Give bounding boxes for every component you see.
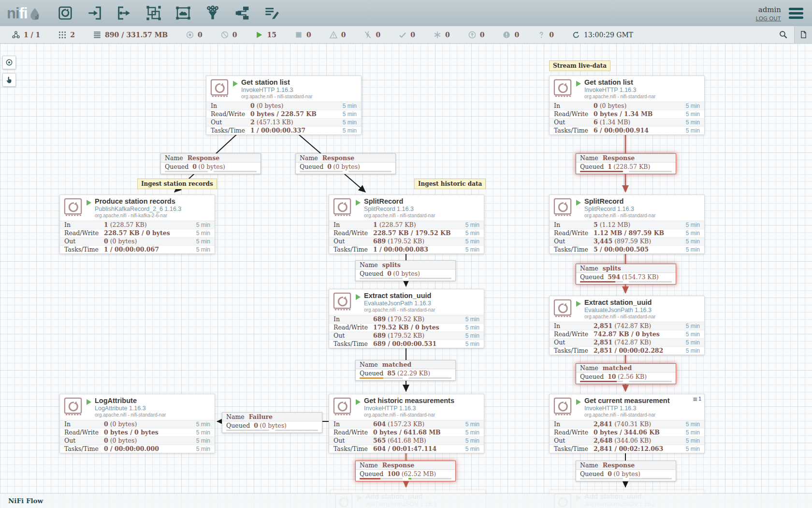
stat-row-readwrite: Read/Write0 bytes / 0 bytes 5 min: [60, 429, 215, 437]
processor-name: SplitRecord: [364, 197, 435, 206]
connection-label[interactable]: Name Response Queued 0 (0 bytes): [295, 153, 396, 174]
funnel-icon: [205, 5, 220, 21]
stat-row-out: Out0 (0 bytes)5 min: [60, 437, 215, 445]
breadcrumb-root[interactable]: NiFi Flow: [8, 497, 43, 505]
refresh-icon[interactable]: [572, 30, 580, 39]
canvas-label[interactable]: Ingest station records: [137, 179, 217, 189]
invalid-icon: [329, 30, 338, 39]
connection-relationship: Response: [188, 154, 220, 162]
navigate-palette-button[interactable]: [2, 56, 16, 69]
running-status-icon: [233, 81, 238, 87]
connection-label[interactable]: Name Response Queued 0 (0 bytes): [160, 153, 261, 174]
input-port-icon: [87, 5, 102, 21]
operate-palette-button[interactable]: [2, 73, 16, 87]
connection-queued-label: Queued: [360, 470, 383, 478]
processor[interactable]: Extract station_uuid EvaluateJsonPath 1.…: [329, 289, 484, 348]
stat-row-out: Out0 (0 bytes)5 min: [60, 238, 215, 246]
processor-bundle: org.apache.nifi - nifi-standard-nar: [584, 412, 669, 418]
object-threshold-bar: [360, 278, 403, 279]
user-area: admin LOG OUT: [756, 5, 781, 21]
not-transmitting-icon: [220, 30, 229, 39]
label-icon: [264, 5, 279, 21]
backpressure-bars: [356, 377, 455, 380]
processor[interactable]: SplitRecord SplitRecord 1.16.3 org.apach…: [549, 194, 705, 254]
connection-label[interactable]: Name splits Queued 0 (0 bytes): [355, 260, 456, 281]
add-process-group-button[interactable]: [145, 5, 162, 21]
backpressure-bars: [222, 429, 322, 433]
object-threshold-bar: [165, 171, 208, 172]
connection-label[interactable]: Name Response Queued 1 (228.57 KB): [576, 153, 676, 174]
connection-relationship: Response: [603, 154, 635, 162]
processor-bundle: org.apache.nifi - nifi-standard-nar: [95, 412, 166, 418]
search-button[interactable]: [772, 26, 794, 43]
connection-label[interactable]: Name matched Queued 85 (22.29 KB): [355, 360, 456, 381]
processor-type: PublishKafkaRecord_2_6 1.16.3: [95, 206, 181, 213]
processor[interactable]: LogAttribute LogAttribute 1.16.3 org.apa…: [59, 394, 215, 453]
stat-row-in: In5 (1.12 MB)5 min: [550, 221, 704, 229]
processor-stats: In0 (0 bytes)5 min Read/Write0 bytes / 0…: [60, 420, 215, 453]
canvas-label-text: Ingest station records: [141, 180, 213, 187]
connection-name-label: Name: [580, 265, 598, 272]
stat-row-readwrite: Read/Write228.57 KB / 179.52 KB 5 min: [329, 229, 484, 238]
add-remote-process-group-button[interactable]: [175, 5, 191, 21]
connection-name-label: Name: [226, 413, 245, 420]
flow-canvas[interactable]: Get station list InvokeHTTP 1.16.3 org.a…: [0, 44, 812, 508]
processor[interactable]: SplitRecord SplitRecord 1.16.3 org.apach…: [329, 194, 484, 254]
processor-name: Get current measurement: [584, 397, 669, 405]
connection-name-label: Name: [360, 462, 378, 469]
connection-queued-label: Queued: [165, 163, 188, 170]
processor[interactable]: Get current measurement InvokeHTTP 1.16.…: [549, 394, 705, 453]
add-funnel-button[interactable]: [204, 5, 221, 21]
connection-label[interactable]: Name Response Queued 100 (62.52 MB): [355, 461, 456, 481]
connection-relationship: Response: [322, 154, 355, 162]
last-refreshed-time: 13:00:29 GMT: [584, 31, 633, 39]
add-input-port-button[interactable]: [87, 5, 103, 21]
threads-grid-icon: ▦: [693, 396, 696, 402]
processor[interactable]: Extract station_uuid EvaluateJsonPath 1.…: [549, 296, 705, 355]
processor-bundle: org.apache.nifi - nifi-standard-nar: [364, 307, 435, 313]
running-status-icon: [87, 399, 91, 405]
processor-stamp-icon: [210, 79, 229, 97]
summary-button[interactable]: [794, 26, 812, 43]
connection-queued-value: 594 (154.73 KB): [608, 273, 659, 281]
connection-name-label: Name: [580, 462, 598, 469]
add-label-button[interactable]: [263, 5, 280, 21]
running-status-icon: [576, 81, 581, 87]
logout-link[interactable]: LOG OUT: [756, 15, 781, 21]
connection-queued-value: 10 (2.56 KB): [608, 373, 647, 380]
processor[interactable]: Get station list InvokeHTTP 1.16.3 org.a…: [206, 75, 362, 135]
processor[interactable]: Produce station records PublishKafkaReco…: [59, 194, 215, 254]
processor-type: SplitRecord 1.16.3: [364, 206, 435, 213]
disabled-icon: [363, 30, 372, 39]
connection-label[interactable]: Name splits Queued 594 (154.73 KB): [576, 264, 676, 284]
connection-label[interactable]: Name Failure Queued 0 (0 bytes): [222, 412, 322, 433]
connection-label[interactable]: Name Response Queued 0 (0 bytes): [576, 461, 676, 481]
processor-type: InvokeHTTP 1.16.3: [241, 87, 312, 94]
canvas-label[interactable]: Stream live-data: [549, 60, 610, 71]
processor-stats: In5 (1.12 MB)5 min Read/Write1.12 MB / 8…: [550, 221, 704, 254]
add-processor-button[interactable]: [57, 5, 73, 21]
processor-stamp-icon: [553, 299, 572, 317]
size-threshold-bar: [629, 381, 672, 382]
running-status-icon: [576, 200, 581, 206]
add-template-button[interactable]: [234, 5, 250, 21]
status-disabled: 0: [363, 30, 380, 39]
processor-stats: In1 (228.57 KB)5 min Read/Write228.57 KB…: [329, 221, 484, 254]
canvas-label[interactable]: Ingest historic data: [414, 179, 486, 189]
processor[interactable]: Get station list InvokeHTTP 1.16.3 org.a…: [549, 75, 705, 135]
add-output-port-button[interactable]: [116, 5, 132, 21]
connection-label[interactable]: Name matched Queued 10 (2.56 KB): [576, 363, 676, 384]
connection-relationship: Response: [382, 462, 415, 469]
processor[interactable]: Get historic measurements InvokeHTTP 1.1…: [329, 394, 484, 453]
object-threshold-bar: [580, 171, 623, 172]
stat-row-readwrite: Read/Write1.12 MB / 897.59 KB 5 min: [550, 229, 704, 238]
global-menu-button[interactable]: [789, 6, 803, 21]
active-threads-badge: ▦1: [693, 396, 701, 402]
template-icon: [234, 5, 250, 21]
backpressure-bars: [576, 478, 676, 481]
queued-icon: [93, 30, 102, 39]
connection-queued-label: Queued: [580, 163, 604, 170]
processor-bundle: org.apache.nifi - nifi-standard-nar: [364, 213, 435, 219]
document-icon: [799, 30, 808, 39]
component-toolbar: [57, 5, 280, 21]
